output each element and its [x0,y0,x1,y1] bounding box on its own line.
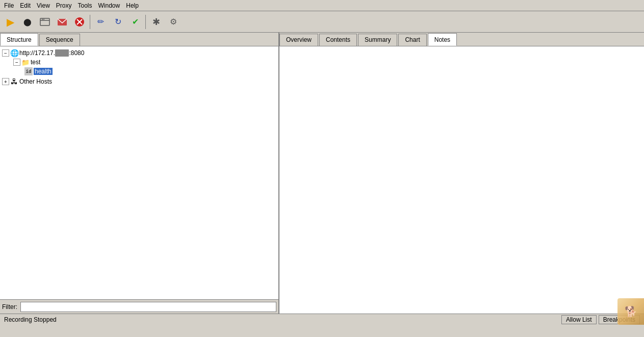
other-hosts-toggle[interactable]: + [2,78,9,85]
tools-button[interactable]: ✱ [148,14,164,30]
tab-contents[interactable]: Contents [319,34,357,46]
root-label: http://172.17.xx.xx:8080 [19,49,84,57]
tree-health-node[interactable]: id health [2,67,276,76]
svg-point-2 [42,19,43,20]
browse-button[interactable] [37,14,53,30]
right-content [279,46,644,314]
test-toggle[interactable]: − [13,59,20,66]
menu-proxy[interactable]: Proxy [53,1,75,10]
tab-summary[interactable]: Summary [358,34,397,46]
right-panel: Overview Contents Summary Chart Notes [279,33,644,314]
recording-status: Recording Stopped [4,316,561,323]
blurred-ip: xx.xx [55,49,69,57]
globe-icon: 🌐 [10,49,18,57]
folder-icon: 📁 [21,58,30,66]
toolbar: ▶ ⬤ ✏ ↻ ✔ ✱ ⚙ [0,11,644,33]
left-panel: Structure Sequence − 🌐 http://172.17.xx.… [0,33,279,314]
other-hosts-label: Other Hosts [19,78,52,85]
tab-structure[interactable]: Structure [0,33,38,46]
filter-label: Filter: [2,303,17,310]
stop-button[interactable]: ⬤ [19,14,36,30]
filter-input[interactable] [20,302,276,312]
toolbar-sep-1 [90,15,90,29]
main-area: Structure Sequence − 🌐 http://172.17.xx.… [0,33,644,314]
menu-help[interactable]: Help [123,1,142,10]
statusbar: Recording Stopped Allow List Breakpoints [0,314,644,325]
menu-edit[interactable]: Edit [17,1,34,10]
decorative-animal-image: 🐕 [617,298,644,325]
menu-tools[interactable]: Tools [75,1,95,10]
menubar: File Edit View Proxy Tools Window Help [0,0,644,11]
toolbar-sep-2 [145,15,146,29]
tab-chart[interactable]: Chart [398,34,426,46]
allow-list-button[interactable]: Allow List [561,315,597,324]
menu-view[interactable]: View [34,1,53,10]
right-tabs: Overview Contents Summary Chart Notes [279,33,644,46]
settings-button[interactable]: ⚙ [165,14,182,30]
filter-bar: Filter: [0,299,278,314]
menu-window[interactable]: Window [95,1,123,10]
root-toggle[interactable]: − [2,49,9,57]
reject-button[interactable] [71,14,88,30]
folder-label: test [31,59,40,66]
tree-other-hosts[interactable]: + 🖧 Other Hosts [2,77,276,86]
tab-overview[interactable]: Overview [279,34,318,46]
tab-notes[interactable]: Notes [428,33,457,46]
edit-button[interactable]: ✏ [92,14,109,30]
tab-sequence[interactable]: Sequence [39,34,80,46]
refresh-button[interactable]: ↻ [110,14,126,30]
hosts-icon: 🖧 [10,77,18,86]
node-icon: id [24,67,33,75]
tree-root[interactable]: − 🌐 http://172.17.xx.xx:8080 [2,48,276,58]
health-label: health [34,68,53,75]
check-button[interactable]: ✔ [127,14,143,30]
svg-point-3 [43,19,44,20]
intercept-button[interactable] [54,14,70,30]
svg-rect-0 [40,18,49,25]
tree-area: − 🌐 http://172.17.xx.xx:8080 − 📁 test id… [0,46,278,299]
menu-file[interactable]: File [1,1,17,10]
tree-test-folder[interactable]: − 📁 test [2,58,276,67]
left-tabs: Structure Sequence [0,33,278,46]
start-button[interactable]: ▶ [2,14,18,30]
